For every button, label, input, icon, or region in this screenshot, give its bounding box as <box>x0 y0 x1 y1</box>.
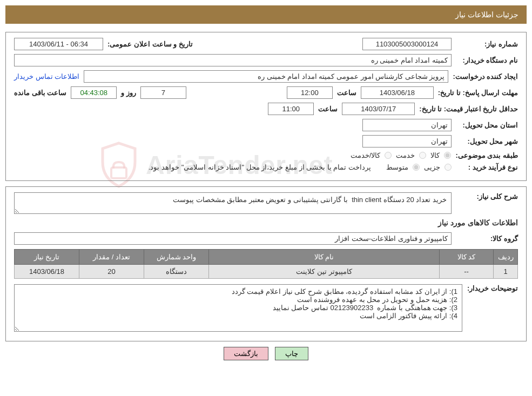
category-goods-service-radio[interactable] <box>385 152 392 159</box>
buyer-org-label: نام دستگاه خریدار: <box>456 56 518 64</box>
page-title-bar: جزئیات اطلاعات نیاز <box>5 5 527 24</box>
group-label: گروه کالا: <box>456 234 518 243</box>
buyer-notes-label: توضیحات خریدار: <box>467 284 518 292</box>
page-title: جزئیات اطلاعات نیاز <box>455 10 518 19</box>
buyer-contact-link[interactable]: اطلاعات تماس خریدار <box>14 72 79 80</box>
cell-code: -- <box>440 265 494 279</box>
need-number-field: 1103005003000124 <box>362 38 452 50</box>
th-code: کد کالا <box>440 250 494 265</box>
category-service-radio[interactable] <box>419 152 426 159</box>
remaining-label: ساعت باقی مانده <box>14 89 66 97</box>
city-field: تهران <box>362 135 452 147</box>
requester-label: ایجاد کننده درخواست: <box>453 72 518 80</box>
category-service-label: خدمت <box>396 151 415 159</box>
details-section: شرح کلی نیاز: خرید تعداد 20 دستگاه thin … <box>5 186 527 341</box>
requester-field: پرویز شجاعی کارشناس امور عمومی کمیته امد… <box>84 70 448 83</box>
cell-name: کامپیوتر تین کلاینت <box>209 265 440 279</box>
th-unit: واحد شمارش <box>144 250 209 265</box>
print-button[interactable]: چاپ <box>275 347 308 360</box>
th-qty: تعداد / مقدار <box>79 250 144 265</box>
desc-label: شرح کلی نیاز: <box>456 192 518 200</box>
desc-field: خرید تعداد 20 دستگاه thin client با گارا… <box>14 192 452 214</box>
purchase-medium-radio[interactable] <box>413 164 420 171</box>
province-label: استان محل تحویل: <box>456 121 518 129</box>
days-remaining-field: 7 <box>140 86 186 99</box>
info-section: شماره نیاز: 1103005003000124 تاریخ و ساع… <box>5 32 527 181</box>
category-goods-radio[interactable] <box>444 152 451 159</box>
cell-row: 1 <box>494 265 518 279</box>
need-number-label: شماره نیاز: <box>456 40 518 48</box>
deadline-label: مهلت ارسال پاسخ: تا تاریخ: <box>438 89 518 97</box>
deadline-time-field: 12:00 <box>287 86 333 99</box>
validity-date-field: 1403/07/17 <box>342 103 415 115</box>
category-goods-service-label: کالا/خدمت <box>351 151 381 159</box>
announce-datetime-label: تاریخ و ساعت اعلان عمومی: <box>107 40 193 48</box>
cell-qty: 20 <box>79 265 144 279</box>
countdown-field: 04:43:08 <box>71 86 117 99</box>
announce-datetime-field: 1403/06/11 - 06:34 <box>14 38 103 50</box>
purchase-note: پرداخت تمام یا بخشی از مبلغ خرید،از محل … <box>149 163 371 171</box>
cell-date: 1403/06/18 <box>15 265 79 279</box>
purchase-type-label: نوع فرآیند خرید : <box>456 163 518 171</box>
items-table: ردیف کد کالا نام کالا واحد شمارش تعداد /… <box>14 249 518 279</box>
purchase-medium-label: متوسط <box>386 163 408 171</box>
purchase-minor-label: جزیی <box>424 163 440 171</box>
items-title: اطلاعات کالاهای مورد نیاز <box>14 218 518 227</box>
cell-unit: دستگاه <box>144 265 209 279</box>
category-goods-label: کالا <box>430 151 440 159</box>
th-name: نام کالا <box>209 250 440 265</box>
group-field: کامپیوتر و فناوری اطلاعات-سخت افزار <box>14 232 452 245</box>
city-label: شهر محل تحویل: <box>456 137 518 145</box>
validity-label: حداقل تاریخ اعتبار قیمت: تا تاریخ: <box>419 105 518 113</box>
deadline-date-field: 1403/06/18 <box>361 86 434 99</box>
time-label-2: ساعت <box>318 105 338 113</box>
buyer-notes-field: 1): از ایران کد مشابه استفاده گردیده، مط… <box>14 284 462 332</box>
table-row: 1 -- کامپیوتر تین کلاینت دستگاه 20 1403/… <box>15 265 518 279</box>
time-label-1: ساعت <box>337 89 356 97</box>
category-label: طبقه بندی موضوعی: <box>455 151 518 159</box>
th-row: ردیف <box>494 250 518 265</box>
days-label: روز و <box>121 89 136 97</box>
province-field: تهران <box>362 119 452 131</box>
back-button[interactable]: بازگشت <box>224 347 268 360</box>
validity-time-field: 11:00 <box>268 103 314 115</box>
th-date: تاریخ نیاز <box>15 250 79 265</box>
buyer-org-field: کمیته امداد امام خمینی ره <box>14 54 452 66</box>
purchase-minor-radio[interactable] <box>445 164 452 171</box>
